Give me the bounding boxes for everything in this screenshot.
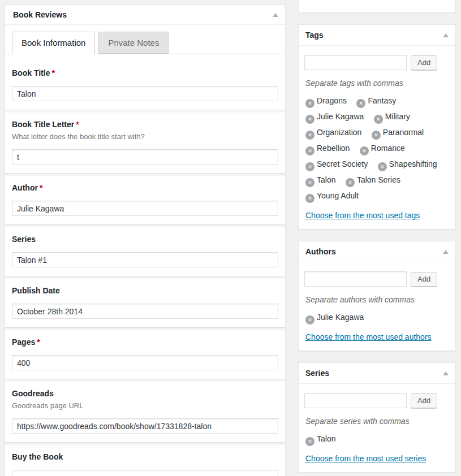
collapse-triangle-icon[interactable] (443, 250, 449, 254)
series-panel: Series Add Separate series with commas ✕… (298, 362, 456, 473)
required-asterisk: * (51, 68, 54, 77)
tag-label: Julie Kagawa (317, 112, 364, 121)
tag-item: ✕Julie Kagawa (305, 112, 364, 124)
goodreads-url-input[interactable] (12, 418, 278, 434)
remove-author-icon[interactable]: ✕ (305, 315, 314, 324)
tag-label: Military (385, 112, 410, 121)
tab-book-information[interactable]: Book Information (12, 32, 95, 54)
tag-item: ✕Secret Society (305, 159, 368, 171)
most-used-series-link[interactable]: Choose from the most used series (305, 454, 426, 463)
collapse-triangle-icon[interactable] (443, 33, 449, 37)
metabox-title: Book Reviews (13, 10, 67, 19)
tag-label: Talon Series (357, 175, 400, 184)
remove-tag-icon[interactable]: ✕ (346, 178, 355, 187)
tab-private-notes[interactable]: Private Notes (98, 32, 169, 54)
most-used-authors-link[interactable]: Choose from the most used authors (305, 332, 432, 341)
tag-label: Organization (317, 128, 361, 137)
tag-item: ✕Talon (305, 175, 335, 187)
tag-item: ✕Romance (360, 144, 405, 155)
series-label: Talon (317, 434, 335, 443)
tag-label: Paranormal (383, 128, 424, 137)
new-tag-input[interactable] (304, 55, 407, 70)
most-used-tags-link[interactable]: Choose from the most used tags (305, 211, 420, 220)
tag-label: Shapeshifting (389, 159, 437, 168)
tag-item: ✕Talon Series (346, 175, 400, 187)
collapse-triangle-icon[interactable] (273, 13, 278, 17)
metabox-tabs: Book Information Private Notes (5, 25, 285, 54)
field-row-pages: Pages* (5, 330, 285, 379)
tag-item: ✕Organization (305, 128, 361, 140)
new-author-input[interactable] (304, 271, 407, 287)
add-tag-row: Add (304, 55, 450, 70)
series-panel-body: Add Separate series with commas ✕Talon C… (299, 384, 455, 472)
author-input[interactable] (12, 201, 278, 216)
remove-tag-icon[interactable]: ✕ (305, 194, 314, 203)
authors-panel-body: Add Separate authors with commas ✕Julie … (299, 262, 455, 350)
remove-tag-icon[interactable]: ✕ (305, 146, 314, 155)
tag-label: Secret Society (317, 159, 368, 168)
tag-label: Talon (317, 175, 335, 184)
authors-hint: Separate authors with commas (305, 295, 449, 304)
authors-panel: Authors Add Separate authors with commas… (298, 241, 456, 351)
pages-input[interactable] (12, 355, 278, 370)
tags-panel: Tags Add Separate tags with commas ✕Drag… (298, 24, 456, 230)
author-label: Author* (12, 183, 278, 192)
tag-item: ✕Rebellion (305, 144, 350, 155)
tag-item: ✕Military (374, 112, 410, 124)
buy-the-book-input[interactable] (12, 470, 278, 476)
authors-panel-title: Authors (305, 247, 336, 256)
tag-list: ✕Dragons ✕Fantasy ✕Julie Kagawa ✕Militar… (305, 96, 449, 206)
tags-hint: Separate tags with commas (305, 79, 449, 88)
required-asterisk: * (37, 337, 40, 347)
remove-tag-icon[interactable]: ✕ (356, 99, 365, 108)
remove-tag-icon[interactable]: ✕ (372, 131, 381, 140)
tags-panel-body: Add Separate tags with commas ✕Dragons ✕… (299, 46, 455, 229)
remove-tag-icon[interactable]: ✕ (378, 162, 387, 171)
book-information-fields: Book Title* Book Title Letter* What lett… (5, 54, 285, 476)
collapse-triangle-icon[interactable] (443, 371, 449, 375)
remove-tag-icon[interactable]: ✕ (305, 115, 314, 124)
book-title-letter-input[interactable] (12, 149, 278, 165)
book-reviews-metabox: Book Reviews Book Information Private No… (5, 5, 286, 476)
pages-label: Pages* (12, 337, 278, 347)
new-series-input[interactable] (304, 393, 407, 408)
required-asterisk: * (76, 120, 79, 129)
series-panel-header[interactable]: Series (299, 363, 455, 384)
author-list: ✕Julie Kagawa (305, 312, 449, 328)
tag-item: ✕Fantasy (356, 96, 396, 108)
series-label: Series (12, 235, 278, 244)
series-panel-title: Series (305, 369, 329, 378)
book-title-letter-description: What letter does the book title start wi… (12, 132, 278, 141)
remove-tag-icon[interactable]: ✕ (305, 99, 314, 108)
authors-panel-header[interactable]: Authors (299, 241, 455, 262)
add-series-row: Add (304, 393, 450, 408)
required-asterisk: * (40, 183, 42, 192)
buy-the-book-label: Buy the Book (12, 452, 278, 461)
remove-tag-icon[interactable]: ✕ (305, 131, 314, 140)
tag-label: Romance (371, 144, 405, 153)
remove-tag-icon[interactable]: ✕ (374, 115, 383, 124)
tag-label: Fantasy (368, 96, 396, 105)
book-title-label: Book Title* (12, 68, 278, 77)
publish-date-input[interactable] (12, 304, 278, 319)
tags-panel-header[interactable]: Tags (299, 25, 455, 46)
remove-tag-icon[interactable]: ✕ (305, 162, 314, 171)
publish-date-label: Publish Date (12, 286, 278, 295)
remove-tag-icon[interactable]: ✕ (360, 146, 369, 155)
add-series-button[interactable]: Add (411, 393, 437, 408)
author-label: Julie Kagawa (317, 313, 364, 322)
author-item: ✕Julie Kagawa (305, 313, 364, 324)
field-row-goodreads: Goodreads Goodreads page URL (5, 382, 285, 442)
book-reviews-header[interactable]: Book Reviews (5, 5, 285, 25)
remove-tag-icon[interactable]: ✕ (305, 178, 314, 187)
field-row-book-title-letter: Book Title Letter* What letter does the … (5, 112, 285, 173)
series-hint: Separate series with commas (305, 417, 449, 426)
add-tag-button[interactable]: Add (411, 55, 437, 70)
add-author-button[interactable]: Add (411, 272, 437, 287)
series-input[interactable] (12, 252, 278, 267)
goodreads-description: Goodreads page URL (12, 401, 278, 410)
book-title-input[interactable] (12, 86, 278, 101)
remove-series-icon[interactable]: ✕ (305, 437, 314, 446)
series-list: ✕Talon (305, 434, 449, 449)
tag-item: ✕Shapeshifting (378, 159, 437, 171)
